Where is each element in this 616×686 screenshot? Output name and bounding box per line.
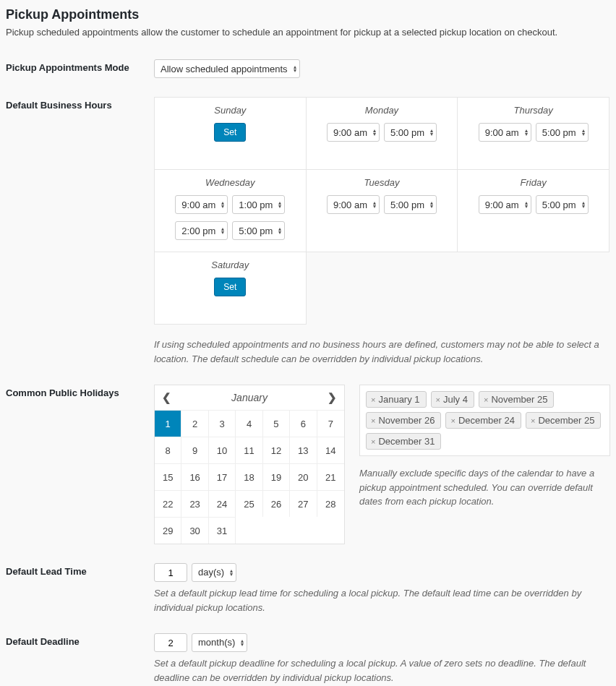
time-select-value: 1:00 pm — [239, 200, 273, 210]
holiday-tag-label: December 24 — [458, 415, 515, 426]
calendar-day[interactable]: 3 — [209, 410, 236, 437]
calendar-day[interactable]: 5 — [263, 410, 290, 437]
holiday-tag: ×November 26 — [366, 412, 441, 429]
calendar-day[interactable]: 26 — [263, 490, 290, 517]
calendar-day[interactable]: 24 — [209, 490, 236, 517]
remove-icon[interactable]: × — [484, 395, 488, 404]
lead-unit-value: day(s) — [198, 565, 224, 580]
holiday-tags[interactable]: ×January 1×July 4×November 25×November 2… — [359, 385, 610, 456]
calendar-prev-button[interactable]: ❮ — [162, 391, 171, 404]
time-range: 9:00 am▴▾5:00 pm▴▾ — [479, 195, 589, 214]
calendar-day[interactable]: 1 — [155, 410, 181, 437]
time-select-value: 9:00 am — [333, 127, 367, 138]
time-select-value: 9:00 am — [485, 127, 519, 138]
time-select[interactable]: 5:00 pm▴▾ — [536, 123, 589, 142]
calendar-day[interactable]: 31 — [209, 517, 236, 544]
lead-row: Default Lead Time day(s) ▴▾ Set a defaul… — [6, 563, 610, 614]
holiday-tag-label: November 25 — [491, 394, 547, 405]
calendar-day[interactable]: 30 — [181, 517, 208, 544]
remove-icon[interactable]: × — [531, 416, 535, 425]
remove-icon[interactable]: × — [450, 416, 455, 425]
hours-hint: If using scheduled appointments and no b… — [154, 338, 609, 366]
page-description: Pickup scheduled appointments allow the … — [6, 27, 610, 38]
holidays-row: Common Public Holidays ❮ January ❯ 12345… — [6, 385, 610, 544]
time-select-value: 9:00 am — [485, 200, 519, 210]
set-hours-button[interactable]: Set — [214, 278, 246, 296]
calendar-day[interactable]: 7 — [317, 410, 344, 437]
remove-icon[interactable]: × — [436, 395, 440, 404]
day-cell: SaturdaySet — [155, 252, 307, 325]
day-name: Friday — [521, 177, 547, 188]
calendar-day[interactable]: 2 — [181, 410, 208, 437]
remove-icon[interactable]: × — [371, 416, 375, 425]
calendar-day[interactable]: 19 — [263, 463, 290, 490]
calendar-day[interactable]: 6 — [290, 410, 317, 437]
calendar-day[interactable]: 9 — [181, 437, 208, 463]
calendar-day[interactable]: 8 — [155, 437, 181, 463]
chevron-updown-icon: ▴▾ — [373, 129, 376, 136]
time-select[interactable]: 1:00 pm▴▾ — [232, 195, 285, 214]
time-select[interactable]: 9:00 am▴▾ — [479, 195, 531, 214]
time-select[interactable]: 5:00 pm▴▾ — [536, 195, 589, 214]
calendar-day[interactable]: 15 — [155, 463, 181, 490]
calendar-day[interactable]: 4 — [236, 410, 262, 437]
time-select[interactable]: 5:00 pm▴▾ — [232, 221, 285, 240]
calendar-month: January — [231, 392, 268, 403]
deadline-unit-select[interactable]: month(s) ▴▾ — [192, 633, 247, 652]
set-hours-button[interactable]: Set — [214, 123, 246, 142]
time-select[interactable]: 5:00 pm▴▾ — [384, 123, 437, 142]
holidays-hint: Manually exclude specific days of the ca… — [359, 466, 610, 509]
deadline-value-input[interactable] — [154, 633, 187, 652]
hours-row: Default Business Hours SundaySetMonday9:… — [6, 97, 610, 366]
lead-value-input[interactable] — [154, 563, 187, 582]
holidays-label: Common Public Holidays — [6, 385, 154, 398]
calendar-day[interactable]: 23 — [181, 490, 208, 517]
page-title: Pickup Appointments — [6, 7, 610, 22]
time-select-value: 9:00 am — [181, 200, 215, 210]
calendar-day[interactable]: 11 — [236, 437, 262, 463]
calendar-day[interactable]: 29 — [155, 517, 181, 544]
calendar-day[interactable]: 18 — [236, 463, 262, 490]
day-name: Monday — [365, 105, 398, 116]
calendar-day[interactable]: 27 — [290, 490, 317, 517]
mode-label: Pickup Appointments Mode — [6, 59, 154, 73]
calendar-day[interactable]: 17 — [209, 463, 236, 490]
time-select[interactable]: 5:00 pm▴▾ — [384, 195, 437, 214]
holiday-tag: ×December 24 — [445, 412, 521, 429]
time-select[interactable]: 9:00 am▴▾ — [327, 123, 380, 142]
day-cell: SundaySet — [155, 98, 307, 170]
calendar-day[interactable]: 14 — [317, 437, 344, 463]
remove-icon[interactable]: × — [371, 437, 375, 446]
chevron-updown-icon: ▴▾ — [230, 569, 233, 576]
day-name: Sunday — [214, 105, 246, 116]
calendar-next-button[interactable]: ❯ — [328, 391, 337, 404]
day-name: Saturday — [211, 260, 249, 270]
chevron-updown-icon: ▴▾ — [525, 129, 528, 136]
calendar-day[interactable]: 16 — [181, 463, 208, 490]
calendar-day[interactable]: 12 — [263, 437, 290, 463]
calendar-day[interactable]: 21 — [317, 463, 344, 490]
calendar-day[interactable]: 25 — [236, 490, 262, 517]
day-name: Wednesday — [205, 177, 254, 188]
chevron-updown-icon: ▴▾ — [278, 227, 281, 234]
calendar-day[interactable]: 22 — [155, 490, 181, 517]
time-select[interactable]: 9:00 am▴▾ — [327, 195, 380, 214]
lead-unit-select[interactable]: day(s) ▴▾ — [192, 563, 236, 582]
hours-grid: SundaySetMonday9:00 am▴▾5:00 pm▴▾Thursda… — [154, 97, 609, 325]
calendar-day[interactable]: 20 — [290, 463, 317, 490]
calendar-day[interactable]: 28 — [317, 490, 344, 517]
calendar-day[interactable]: 13 — [290, 437, 317, 463]
time-select[interactable]: 9:00 am▴▾ — [175, 195, 228, 214]
holiday-tag: ×December 31 — [366, 433, 441, 450]
time-select-value: 5:00 pm — [542, 127, 576, 138]
remove-icon[interactable]: × — [371, 395, 375, 404]
day-cell: Friday9:00 am▴▾5:00 pm▴▾ — [458, 170, 609, 252]
time-select[interactable]: 9:00 am▴▾ — [479, 123, 531, 142]
chevron-updown-icon: ▴▾ — [430, 129, 433, 136]
deadline-row: Default Deadline month(s) ▴▾ Set a defau… — [6, 633, 610, 685]
calendar-day[interactable]: 10 — [209, 437, 236, 463]
holiday-tag: ×January 1 — [366, 391, 427, 408]
mode-select[interactable]: Allow scheduled appointments ▴▾ — [154, 59, 300, 78]
lead-label: Default Lead Time — [6, 563, 154, 577]
time-select[interactable]: 2:00 pm▴▾ — [175, 221, 228, 240]
